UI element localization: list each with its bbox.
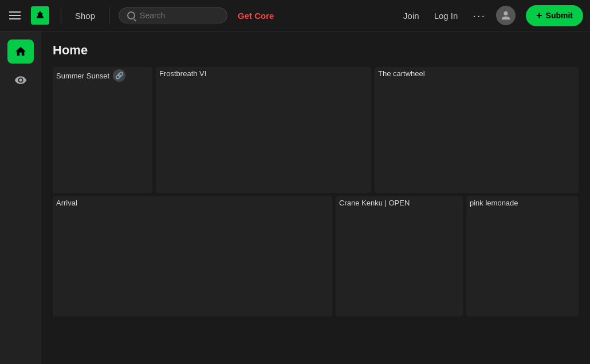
card-title: Crane Kenku | OPEN [339,199,410,207]
plus-icon: + [536,10,542,22]
nav-divider-1 [61,7,61,24]
card-label-arrival: Arrival [56,199,77,207]
card-title: Arrival [56,199,77,207]
hamburger-menu-button[interactable] [7,9,23,22]
card-arrival[interactable]: Arrival [53,196,332,316]
sidebar-item-home[interactable] [7,39,34,64]
card-cartwheel[interactable]: The cartwheel [375,67,579,193]
search-bar[interactable] [119,7,227,23]
card-label-pink-lemonade: pink lemonade [470,199,518,207]
submit-button[interactable]: + Submit [526,5,583,26]
art-grid-row1: Summer Sunset 🔗 Frostbreath VI The cartw… [53,67,579,193]
page-title: Home [53,43,579,58]
card-summer-sunset[interactable]: Summer Sunset 🔗 [53,67,152,193]
art-grid-row2: Arrival Crane Kenku | OPEN pink lemonade [53,196,579,316]
home-icon [14,45,27,58]
submit-label: Submit [546,11,573,20]
user-avatar[interactable] [496,6,516,25]
card-label-cartwheel: The cartwheel [378,69,425,78]
card-label-frostbreath: Frostbreath VI [159,69,206,78]
search-input[interactable] [140,11,214,20]
login-button[interactable]: Log In [430,9,463,23]
sidebar-item-watch[interactable] [7,68,34,92]
top-navigation: Shop Get Core Join Log In ··· + Submit [0,0,590,31]
card-frostbreath[interactable]: Frostbreath VI [156,67,371,193]
search-icon [127,11,135,19]
card-title: pink lemonade [470,199,518,207]
shop-link[interactable]: Shop [70,9,100,23]
card-title: The cartwheel [378,69,425,78]
left-sidebar [0,31,41,364]
main-layout: Home Summer Sunset 🔗 Frostbreath VI The … [0,31,590,364]
main-content: Home Summer Sunset 🔗 Frostbreath VI The … [41,31,590,364]
nav-divider-2 [109,7,109,24]
link-icon: 🔗 [113,69,125,82]
card-title: Summer Sunset [56,72,109,80]
watch-icon [14,74,27,86]
user-icon [501,10,511,21]
card-label-summer-sunset: Summer Sunset 🔗 [56,69,125,82]
get-core-button[interactable]: Get Core [238,11,274,21]
card-title: Frostbreath VI [159,69,206,78]
join-button[interactable]: Join [399,9,424,23]
more-options-button[interactable]: ··· [468,7,490,25]
card-label-crane-kenku: Crane Kenku | OPEN [339,199,410,207]
deviantart-logo[interactable] [31,6,49,25]
card-crane-kenku[interactable]: Crane Kenku | OPEN [336,196,463,316]
card-pink-lemonade[interactable]: pink lemonade [466,196,579,316]
